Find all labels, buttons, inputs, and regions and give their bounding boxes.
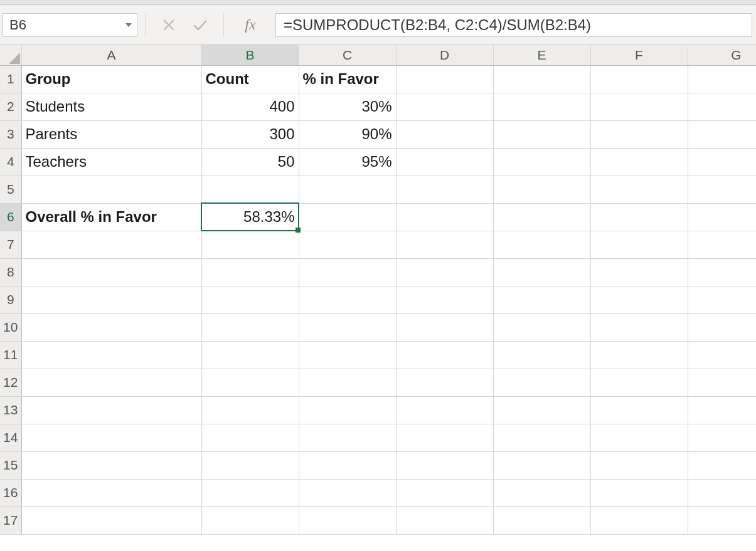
cell-E7[interactable] <box>493 231 590 258</box>
cell-F9[interactable] <box>590 286 688 313</box>
cell-G2[interactable] <box>688 93 756 120</box>
column-header-B[interactable]: B <box>201 45 299 65</box>
row-header-1[interactable]: 1 <box>0 65 21 93</box>
name-box[interactable]: B6 <box>3 13 137 37</box>
cell-B9[interactable] <box>201 286 299 313</box>
cell-B2[interactable]: 400 <box>201 93 299 120</box>
cell-F13[interactable] <box>590 396 688 424</box>
cell-B3[interactable]: 300 <box>201 120 299 148</box>
cell-F3[interactable] <box>590 120 688 148</box>
cell-B5[interactable] <box>201 176 299 203</box>
formula-input[interactable]: =SUMPRODUCT(B2:B4, C2:C4)/SUM(B2:B4) <box>275 13 752 37</box>
cell-G7[interactable] <box>688 231 756 258</box>
cell-C11[interactable] <box>299 341 396 369</box>
cell-A13[interactable] <box>21 396 201 424</box>
cell-D17[interactable] <box>396 506 493 534</box>
cell-D8[interactable] <box>396 258 493 286</box>
cell-G11[interactable] <box>688 341 756 369</box>
cell-F5[interactable] <box>590 176 688 203</box>
cell-A1[interactable]: Group <box>21 65 201 93</box>
cell-F10[interactable] <box>590 313 688 341</box>
cell-E4[interactable] <box>493 148 590 176</box>
cell-G8[interactable] <box>688 258 756 286</box>
cell-E5[interactable] <box>493 176 590 203</box>
cell-D12[interactable] <box>396 369 493 396</box>
cell-B11[interactable] <box>201 341 299 369</box>
cell-A7[interactable] <box>21 231 201 258</box>
cell-B8[interactable] <box>201 258 299 286</box>
cell-D3[interactable] <box>396 120 493 148</box>
cell-A16[interactable] <box>21 479 201 506</box>
cell-D13[interactable] <box>396 396 493 424</box>
cell-A9[interactable] <box>21 286 201 313</box>
cell-B12[interactable] <box>201 369 299 396</box>
cell-D9[interactable] <box>396 286 493 313</box>
cell-B4[interactable]: 50 <box>201 148 299 176</box>
cell-B15[interactable] <box>201 451 299 479</box>
cell-G14[interactable] <box>688 424 756 451</box>
cell-G1[interactable] <box>688 65 756 93</box>
row-header-17[interactable]: 17 <box>0 506 21 534</box>
select-all-corner[interactable] <box>0 45 21 65</box>
cell-B13[interactable] <box>201 396 299 424</box>
cell-G13[interactable] <box>688 396 756 424</box>
cell-B17[interactable] <box>201 506 299 534</box>
cell-F12[interactable] <box>590 369 688 396</box>
cell-C2[interactable]: 30% <box>299 93 396 120</box>
cell-F4[interactable] <box>590 148 688 176</box>
cell-C8[interactable] <box>299 258 396 286</box>
cell-C9[interactable] <box>299 286 396 313</box>
cell-E8[interactable] <box>493 258 590 286</box>
cell-E16[interactable] <box>493 479 590 506</box>
row-header-3[interactable]: 3 <box>0 120 21 148</box>
cell-E10[interactable] <box>493 313 590 341</box>
cell-C12[interactable] <box>299 369 396 396</box>
cell-E11[interactable] <box>493 341 590 369</box>
cell-A3[interactable]: Parents <box>21 120 201 148</box>
row-header-7[interactable]: 7 <box>0 231 21 258</box>
cell-E3[interactable] <box>493 120 590 148</box>
cell-F14[interactable] <box>590 424 688 451</box>
cell-F1[interactable] <box>590 65 688 93</box>
row-header-8[interactable]: 8 <box>0 258 21 286</box>
cell-C5[interactable] <box>299 176 396 203</box>
cell-E17[interactable] <box>493 506 590 534</box>
column-header-E[interactable]: E <box>493 45 590 65</box>
row-header-12[interactable]: 12 <box>0 369 21 396</box>
row-header-10[interactable]: 10 <box>0 313 21 341</box>
cell-G15[interactable] <box>688 451 756 479</box>
cell-D4[interactable] <box>396 148 493 176</box>
cell-E6[interactable] <box>493 203 590 231</box>
row-header-11[interactable]: 11 <box>0 341 21 369</box>
cell-B7[interactable] <box>201 231 299 258</box>
cell-F16[interactable] <box>590 479 688 506</box>
cell-D7[interactable] <box>396 231 493 258</box>
cell-E13[interactable] <box>493 396 590 424</box>
cell-D10[interactable] <box>396 313 493 341</box>
cell-A12[interactable] <box>21 369 201 396</box>
row-header-6[interactable]: 6 <box>0 203 21 231</box>
row-header-15[interactable]: 15 <box>0 451 21 479</box>
cell-A5[interactable] <box>21 176 201 203</box>
cell-G17[interactable] <box>688 506 756 534</box>
column-header-G[interactable]: G <box>688 45 756 65</box>
grid[interactable]: ABCDEFG 1GroupCount% in Favor2Students40… <box>0 45 756 551</box>
row-header-9[interactable]: 9 <box>0 286 21 313</box>
column-header-C[interactable]: C <box>299 45 396 65</box>
row-header-14[interactable]: 14 <box>0 424 21 451</box>
cell-A6[interactable]: Overall % in Favor <box>21 203 201 231</box>
cell-F17[interactable] <box>590 506 688 534</box>
column-header-D[interactable]: D <box>396 45 493 65</box>
cell-F11[interactable] <box>590 341 688 369</box>
row-header-16[interactable]: 16 <box>0 479 21 506</box>
row-header-2[interactable]: 2 <box>0 93 21 120</box>
cell-A10[interactable] <box>21 313 201 341</box>
cell-C1[interactable]: % in Favor <box>299 65 396 93</box>
cell-E1[interactable] <box>493 65 590 93</box>
cell-D11[interactable] <box>396 341 493 369</box>
cell-E15[interactable] <box>493 451 590 479</box>
cell-G9[interactable] <box>688 286 756 313</box>
cell-C13[interactable] <box>299 396 396 424</box>
cell-E9[interactable] <box>493 286 590 313</box>
cell-C4[interactable]: 95% <box>299 148 396 176</box>
